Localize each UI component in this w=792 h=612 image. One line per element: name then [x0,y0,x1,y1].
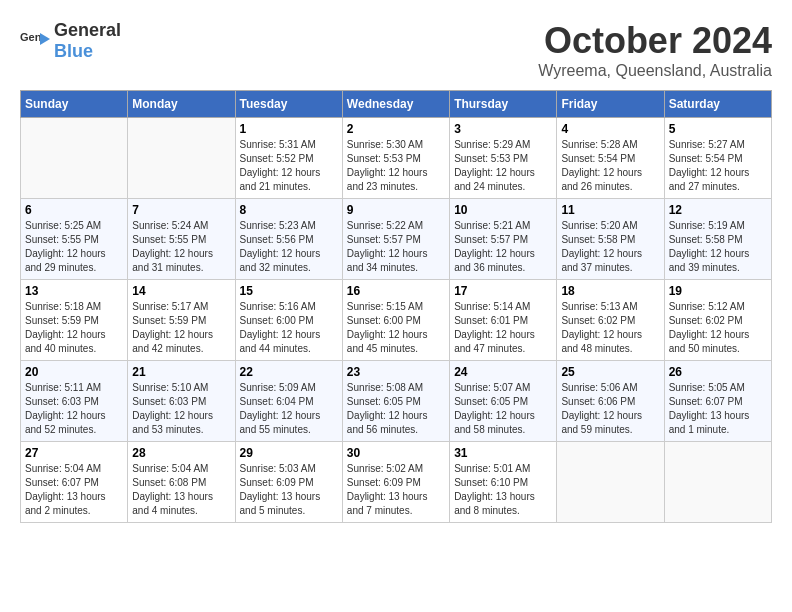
calendar-week-row: 1Sunrise: 5:31 AM Sunset: 5:52 PM Daylig… [21,118,772,199]
day-info: Sunrise: 5:11 AM Sunset: 6:03 PM Dayligh… [25,381,123,437]
day-number: 2 [347,122,445,136]
location-title: Wyreema, Queensland, Australia [538,62,772,80]
calendar-cell: 29Sunrise: 5:03 AM Sunset: 6:09 PM Dayli… [235,442,342,523]
day-info: Sunrise: 5:27 AM Sunset: 5:54 PM Dayligh… [669,138,767,194]
calendar-cell: 13Sunrise: 5:18 AM Sunset: 5:59 PM Dayli… [21,280,128,361]
svg-text:Gen: Gen [20,31,42,43]
day-info: Sunrise: 5:04 AM Sunset: 6:08 PM Dayligh… [132,462,230,518]
day-info: Sunrise: 5:29 AM Sunset: 5:53 PM Dayligh… [454,138,552,194]
day-number: 23 [347,365,445,379]
calendar-cell: 4Sunrise: 5:28 AM Sunset: 5:54 PM Daylig… [557,118,664,199]
day-info: Sunrise: 5:02 AM Sunset: 6:09 PM Dayligh… [347,462,445,518]
calendar-cell: 22Sunrise: 5:09 AM Sunset: 6:04 PM Dayli… [235,361,342,442]
calendar-cell: 24Sunrise: 5:07 AM Sunset: 6:05 PM Dayli… [450,361,557,442]
calendar-cell: 3Sunrise: 5:29 AM Sunset: 5:53 PM Daylig… [450,118,557,199]
day-number: 15 [240,284,338,298]
day-info: Sunrise: 5:23 AM Sunset: 5:56 PM Dayligh… [240,219,338,275]
day-number: 27 [25,446,123,460]
calendar-cell [21,118,128,199]
calendar-cell: 27Sunrise: 5:04 AM Sunset: 6:07 PM Dayli… [21,442,128,523]
day-number: 4 [561,122,659,136]
calendar-cell [128,118,235,199]
day-info: Sunrise: 5:16 AM Sunset: 6:00 PM Dayligh… [240,300,338,356]
day-info: Sunrise: 5:19 AM Sunset: 5:58 PM Dayligh… [669,219,767,275]
calendar-week-row: 6Sunrise: 5:25 AM Sunset: 5:55 PM Daylig… [21,199,772,280]
day-info: Sunrise: 5:18 AM Sunset: 5:59 PM Dayligh… [25,300,123,356]
calendar-cell: 14Sunrise: 5:17 AM Sunset: 5:59 PM Dayli… [128,280,235,361]
day-info: Sunrise: 5:30 AM Sunset: 5:53 PM Dayligh… [347,138,445,194]
month-title: October 2024 [538,20,772,62]
calendar-cell: 8Sunrise: 5:23 AM Sunset: 5:56 PM Daylig… [235,199,342,280]
day-number: 28 [132,446,230,460]
day-info: Sunrise: 5:22 AM Sunset: 5:57 PM Dayligh… [347,219,445,275]
calendar-cell: 11Sunrise: 5:20 AM Sunset: 5:58 PM Dayli… [557,199,664,280]
calendar-day-header: Thursday [450,91,557,118]
calendar-week-row: 20Sunrise: 5:11 AM Sunset: 6:03 PM Dayli… [21,361,772,442]
day-info: Sunrise: 5:10 AM Sunset: 6:03 PM Dayligh… [132,381,230,437]
day-number: 16 [347,284,445,298]
day-info: Sunrise: 5:20 AM Sunset: 5:58 PM Dayligh… [561,219,659,275]
calendar-cell: 5Sunrise: 5:27 AM Sunset: 5:54 PM Daylig… [664,118,771,199]
day-number: 17 [454,284,552,298]
calendar-cell: 17Sunrise: 5:14 AM Sunset: 6:01 PM Dayli… [450,280,557,361]
day-info: Sunrise: 5:14 AM Sunset: 6:01 PM Dayligh… [454,300,552,356]
day-info: Sunrise: 5:13 AM Sunset: 6:02 PM Dayligh… [561,300,659,356]
calendar-day-header: Saturday [664,91,771,118]
calendar-cell [664,442,771,523]
calendar-cell: 30Sunrise: 5:02 AM Sunset: 6:09 PM Dayli… [342,442,449,523]
day-number: 6 [25,203,123,217]
calendar-cell: 7Sunrise: 5:24 AM Sunset: 5:55 PM Daylig… [128,199,235,280]
day-number: 22 [240,365,338,379]
calendar-day-header: Sunday [21,91,128,118]
title-area: October 2024 Wyreema, Queensland, Austra… [538,20,772,80]
day-number: 10 [454,203,552,217]
day-number: 8 [240,203,338,217]
logo-general: General [54,20,121,40]
day-info: Sunrise: 5:17 AM Sunset: 5:59 PM Dayligh… [132,300,230,356]
day-number: 25 [561,365,659,379]
day-number: 9 [347,203,445,217]
calendar-cell: 25Sunrise: 5:06 AM Sunset: 6:06 PM Dayli… [557,361,664,442]
calendar-header-row: SundayMondayTuesdayWednesdayThursdayFrid… [21,91,772,118]
day-number: 12 [669,203,767,217]
calendar-cell: 1Sunrise: 5:31 AM Sunset: 5:52 PM Daylig… [235,118,342,199]
calendar-day-header: Friday [557,91,664,118]
day-info: Sunrise: 5:25 AM Sunset: 5:55 PM Dayligh… [25,219,123,275]
day-number: 13 [25,284,123,298]
calendar-cell: 20Sunrise: 5:11 AM Sunset: 6:03 PM Dayli… [21,361,128,442]
calendar-cell: 15Sunrise: 5:16 AM Sunset: 6:00 PM Dayli… [235,280,342,361]
day-number: 31 [454,446,552,460]
calendar-cell: 26Sunrise: 5:05 AM Sunset: 6:07 PM Dayli… [664,361,771,442]
calendar-day-header: Wednesday [342,91,449,118]
calendar-cell: 6Sunrise: 5:25 AM Sunset: 5:55 PM Daylig… [21,199,128,280]
calendar-cell: 28Sunrise: 5:04 AM Sunset: 6:08 PM Dayli… [128,442,235,523]
calendar-week-row: 27Sunrise: 5:04 AM Sunset: 6:07 PM Dayli… [21,442,772,523]
calendar-cell: 18Sunrise: 5:13 AM Sunset: 6:02 PM Dayli… [557,280,664,361]
logo-icon: Gen [20,29,50,53]
day-info: Sunrise: 5:09 AM Sunset: 6:04 PM Dayligh… [240,381,338,437]
day-info: Sunrise: 5:07 AM Sunset: 6:05 PM Dayligh… [454,381,552,437]
day-number: 7 [132,203,230,217]
calendar-cell: 12Sunrise: 5:19 AM Sunset: 5:58 PM Dayli… [664,199,771,280]
day-number: 29 [240,446,338,460]
calendar-cell: 10Sunrise: 5:21 AM Sunset: 5:57 PM Dayli… [450,199,557,280]
day-info: Sunrise: 5:01 AM Sunset: 6:10 PM Dayligh… [454,462,552,518]
day-info: Sunrise: 5:03 AM Sunset: 6:09 PM Dayligh… [240,462,338,518]
calendar-cell: 9Sunrise: 5:22 AM Sunset: 5:57 PM Daylig… [342,199,449,280]
day-info: Sunrise: 5:21 AM Sunset: 5:57 PM Dayligh… [454,219,552,275]
calendar-cell: 23Sunrise: 5:08 AM Sunset: 6:05 PM Dayli… [342,361,449,442]
calendar-week-row: 13Sunrise: 5:18 AM Sunset: 5:59 PM Dayli… [21,280,772,361]
day-number: 11 [561,203,659,217]
calendar-day-header: Monday [128,91,235,118]
day-number: 21 [132,365,230,379]
day-info: Sunrise: 5:15 AM Sunset: 6:00 PM Dayligh… [347,300,445,356]
day-number: 19 [669,284,767,298]
day-number: 14 [132,284,230,298]
svg-marker-1 [40,33,50,45]
day-info: Sunrise: 5:06 AM Sunset: 6:06 PM Dayligh… [561,381,659,437]
day-info: Sunrise: 5:04 AM Sunset: 6:07 PM Dayligh… [25,462,123,518]
logo-blue: Blue [54,41,93,61]
calendar: SundayMondayTuesdayWednesdayThursdayFrid… [20,90,772,523]
day-number: 5 [669,122,767,136]
calendar-cell [557,442,664,523]
